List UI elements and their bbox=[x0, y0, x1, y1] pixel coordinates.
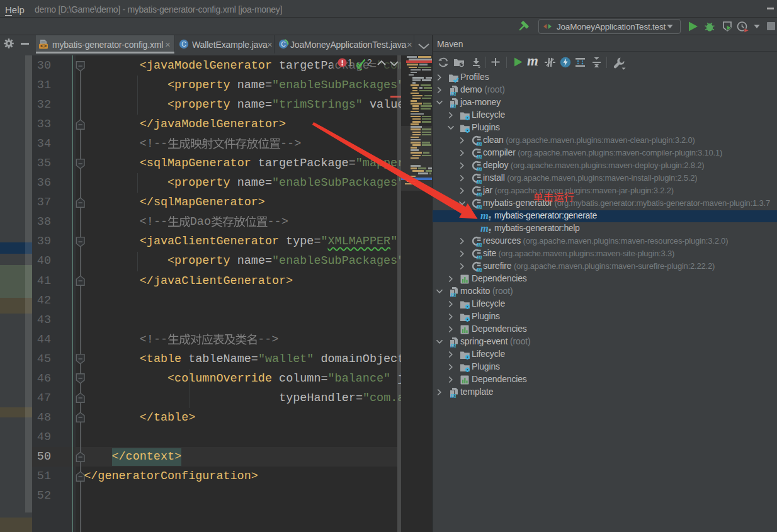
svg-text:C: C bbox=[281, 40, 286, 48]
svg-text:m: m bbox=[450, 391, 456, 398]
svg-text:m: m bbox=[477, 241, 482, 247]
svg-text:m: m bbox=[450, 290, 456, 297]
svg-text:m: m bbox=[450, 89, 456, 96]
svg-text:m: m bbox=[450, 101, 456, 108]
svg-text:m: m bbox=[477, 266, 482, 272]
svg-text:m: m bbox=[450, 341, 456, 348]
svg-text:<>: <> bbox=[40, 43, 47, 49]
svg-text:m: m bbox=[477, 253, 482, 259]
svg-text:C: C bbox=[181, 40, 186, 48]
